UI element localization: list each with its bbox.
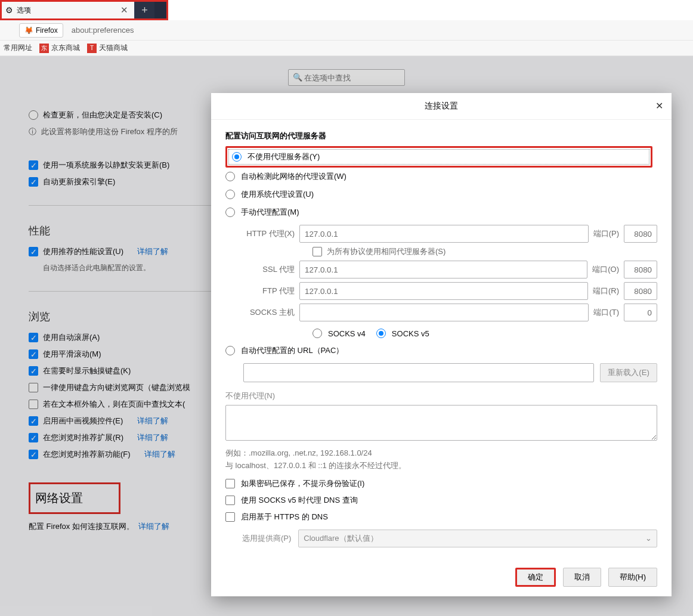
socks-host-input[interactable]: [299, 304, 589, 321]
connection-settings-dialog: 连接设置 ✕ 配置访问互联网的代理服务器 不使用代理服务器(Y) 自动检测此网络…: [211, 93, 672, 596]
new-tab-button[interactable]: +: [134, 2, 154, 18]
dialog-header: 连接设置 ✕: [211, 93, 672, 119]
http-proxy-input[interactable]: [299, 225, 589, 243]
group-title: 配置访问互联网的代理服务器: [225, 131, 657, 141]
socks-port-label: 端口(T): [593, 307, 619, 318]
radio-icon: [225, 172, 235, 181]
chk-auth-label: 如果密码已保存，不提示身份验证(I): [241, 478, 364, 489]
cancel-button[interactable]: 取消: [563, 568, 601, 587]
ssl-port-label: 端口(O): [592, 264, 619, 275]
ftp-port-label: 端口(R): [593, 286, 619, 296]
opt-auto-label: 自动检测此网络的代理设置(W): [241, 171, 346, 182]
opt-manual-label: 手动代理配置(M): [241, 207, 299, 218]
tab-bar: ⚙ 选项 ✕ +: [0, 0, 168, 20]
proxy-option-system[interactable]: 使用系统代理设置(U): [225, 185, 657, 203]
bookmark-common[interactable]: 常用网址: [4, 43, 32, 53]
url-text[interactable]: about:preferences: [68, 26, 138, 35]
ok-button[interactable]: 确定: [515, 568, 556, 587]
socks-v4-option[interactable]: SOCKS v4: [313, 325, 366, 342]
dialog-footer: 确定 取消 帮助(H): [211, 558, 672, 596]
tab-title: 选项: [17, 5, 115, 16]
proxy-option-manual[interactable]: 手动代理配置(M): [225, 203, 657, 221]
socks-port-input[interactable]: [624, 304, 657, 321]
proxy-option-pac[interactable]: 自动代理配置的 URL（PAC）: [225, 342, 657, 360]
dialog-title: 连接设置: [425, 101, 458, 112]
reload-button[interactable]: 重新载入(E): [600, 363, 657, 382]
tmall-icon: T: [87, 44, 97, 53]
radio-icon: [376, 329, 386, 338]
no-proxy-label: 不使用代理(N): [225, 391, 657, 401]
close-icon[interactable]: ✕: [118, 5, 131, 16]
opt-none-label: 不使用代理服务器(Y): [248, 151, 320, 162]
identity-label: Firefox: [36, 26, 58, 35]
socks-label: SOCKS 主机: [243, 307, 295, 318]
radio-icon: [313, 329, 322, 338]
ftp-proxy-input[interactable]: [299, 282, 588, 300]
proxy-option-autodetect[interactable]: 自动检测此网络的代理设置(W): [225, 168, 657, 185]
radio-icon: [225, 208, 235, 217]
http-port-input[interactable]: [624, 225, 657, 243]
chevron-down-icon: ⌄: [645, 534, 652, 543]
url-bar: 🦊 Firefox about:preferences: [0, 20, 693, 41]
tab-options[interactable]: ⚙ 选项 ✕: [2, 2, 134, 18]
radio-icon: [225, 346, 235, 355]
ssl-port-input[interactable]: [624, 261, 657, 278]
gear-icon: ⚙: [5, 5, 13, 15]
opt-pac-label: 自动代理配置的 URL（PAC）: [241, 345, 344, 356]
identity-box[interactable]: 🦊 Firefox: [19, 23, 63, 38]
jd-icon: 东: [39, 44, 49, 53]
no-proxy-hint: 例如：.mozilla.org, .net.nz, 192.168.1.0/24…: [225, 447, 657, 472]
bookmark-tmall[interactable]: T天猫商城: [87, 43, 128, 53]
no-proxy-textarea[interactable]: [225, 405, 657, 441]
firefox-icon: 🦊: [24, 26, 33, 35]
ssl-proxy-input[interactable]: [299, 261, 587, 278]
help-button[interactable]: 帮助(H): [608, 568, 657, 587]
same-proxy-label: 为所有协议使用相同代理服务器(S): [327, 246, 446, 257]
pac-url-input[interactable]: [243, 363, 594, 382]
bookmarks-bar: 常用网址 东京东商城 T天猫商城: [0, 41, 693, 56]
close-icon[interactable]: ✕: [655, 100, 663, 112]
opt-sys-label: 使用系统代理设置(U): [241, 189, 314, 200]
checkbox-icon[interactable]: [225, 496, 235, 505]
radio-icon: [225, 190, 235, 199]
proxy-option-none[interactable]: 不使用代理服务器(Y): [225, 146, 652, 168]
socks-v5-option[interactable]: SOCKS v5: [376, 325, 429, 342]
radio-icon: [232, 152, 242, 162]
ftp-port-input[interactable]: [624, 282, 657, 300]
bookmark-jd[interactable]: 东京东商城: [39, 43, 80, 53]
chk-socksdns-label: 使用 SOCKS v5 时代理 DNS 查询: [241, 495, 358, 506]
checkbox-icon[interactable]: [225, 479, 235, 488]
checkbox-icon[interactable]: [225, 512, 235, 522]
ftp-label: FTP 代理: [243, 286, 295, 296]
preferences-page: 🔍 检查更新，但由您决定是否安装(C) ⓘ 此设置将影响使用这份 Firefox…: [0, 56, 693, 616]
provider-select[interactable]: Cloudflare（默认值） ⌄: [298, 530, 657, 547]
ssl-label: SSL 代理: [243, 264, 295, 275]
http-port-label: 端口(P): [593, 228, 619, 239]
checkbox-icon[interactable]: [313, 247, 322, 256]
provider-label: 选用提供商(P): [242, 533, 291, 544]
http-label: HTTP 代理(X): [243, 228, 295, 239]
chk-doh-label: 启用基于 HTTPS 的 DNS: [241, 512, 328, 522]
